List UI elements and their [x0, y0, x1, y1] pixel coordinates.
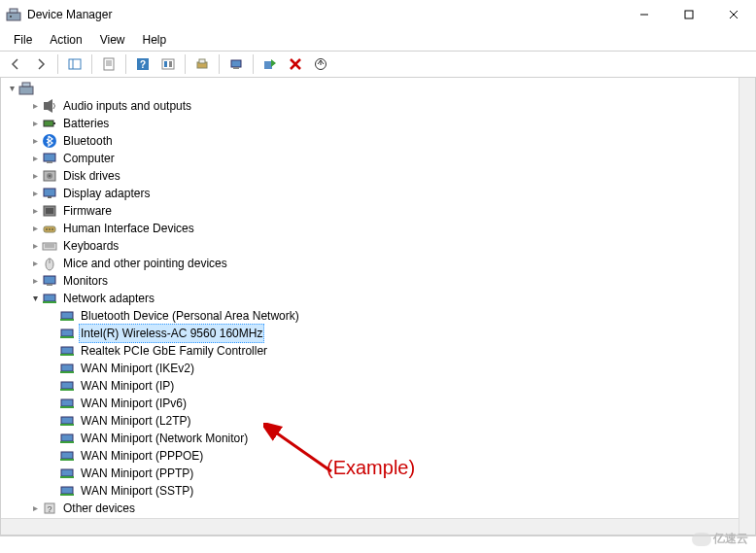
chevron-right-icon[interactable]: ▸ [28, 152, 42, 165]
chevron-right-icon[interactable]: ▸ [28, 187, 42, 200]
tree-node[interactable]: ▸WAN Miniport (Network Monitor) [5, 430, 755, 447]
svg-rect-55 [60, 319, 74, 321]
chevron-down-icon[interactable]: ▾ [5, 82, 18, 95]
tree-node[interactable]: ▸Monitors [5, 272, 755, 290]
display-icon [42, 186, 57, 201]
tree-node-label: Realtek PCIe GbE Family Controller [79, 341, 269, 361]
tree-node[interactable]: ▸Realtek PCIe GbE Family Controller [5, 342, 755, 360]
tree-node-label: Human Interface Devices [61, 219, 196, 238]
chevron-right-icon[interactable]: ▸ [28, 169, 42, 183]
tree-node[interactable]: ▸Bluetooth [5, 132, 755, 150]
menu-action[interactable]: Action [42, 31, 89, 49]
svg-text:?: ? [47, 504, 52, 514]
horizontal-scrollbar[interactable] [1, 518, 739, 535]
tree-node[interactable]: ▸Intel(R) Wireless-AC 9560 160MHz [5, 325, 755, 342]
chevron-right-icon[interactable]: ▸ [28, 501, 42, 515]
svg-rect-17 [169, 61, 172, 67]
chevron-right-icon[interactable]: ▸ [28, 117, 42, 130]
tree-node[interactable]: ▸WAN Miniport (SSTP) [5, 482, 755, 500]
tree-node-label: Other devices [61, 499, 137, 518]
uninstall-button[interactable] [284, 52, 307, 76]
close-button[interactable] [711, 0, 756, 29]
tree-node[interactable]: ▸WAN Miniport (IKEv2) [5, 360, 755, 377]
disk-icon [42, 168, 57, 184]
tree-node-label: Batteries [61, 114, 111, 133]
tree-node-label: WAN Miniport (IPv6) [79, 394, 189, 413]
svg-rect-61 [60, 371, 74, 373]
maximize-button[interactable] [667, 0, 711, 29]
properties-button[interactable] [97, 52, 120, 76]
net-adapter-icon [59, 378, 75, 394]
scan-button[interactable] [224, 52, 248, 76]
tree-node[interactable]: ▸Bluetooth Device (Personal Area Network… [5, 307, 755, 325]
svg-rect-69 [60, 441, 74, 443]
action-button[interactable] [156, 52, 180, 76]
tree-node-label: WAN Miniport (L2TP) [79, 411, 193, 431]
chevron-right-icon[interactable]: ▸ [28, 239, 42, 253]
tree-node-label: Display adapters [61, 184, 152, 203]
menu-help[interactable]: Help [135, 31, 175, 49]
svg-rect-7 [69, 59, 81, 69]
tree-node[interactable]: ▸WAN Miniport (PPTP) [5, 465, 755, 482]
menu-view[interactable]: View [92, 31, 133, 49]
chevron-right-icon[interactable]: ▸ [28, 257, 42, 270]
tree-node[interactable]: ▸Audio inputs and outputs [5, 97, 755, 115]
computer-icon [42, 151, 57, 166]
tree-node[interactable]: ▸Computer [5, 150, 755, 167]
network-icon [42, 291, 57, 306]
tree-node[interactable]: ▸Keyboards [5, 237, 755, 255]
svg-rect-1 [10, 9, 17, 13]
minimize-button[interactable] [622, 0, 667, 29]
tree-node[interactable]: ▸WAN Miniport (PPPOE) [5, 447, 755, 465]
svg-rect-56 [61, 329, 73, 336]
tree-root[interactable]: ▾ [5, 80, 755, 97]
help-button[interactable]: ? [131, 52, 155, 76]
forward-button[interactable] [29, 52, 52, 76]
tree-node[interactable]: ▸Disk drives [5, 167, 755, 185]
tree-node[interactable]: ▸Human Interface Devices [5, 220, 755, 237]
tree-node-label: WAN Miniport (IKEv2) [79, 359, 196, 378]
monitor-icon [42, 273, 57, 289]
tree-node[interactable]: ▸WAN Miniport (IP) [5, 377, 755, 395]
tree-node[interactable]: ▸Mice and other pointing devices [5, 255, 755, 272]
svg-rect-37 [44, 189, 55, 196]
svg-rect-29 [44, 121, 53, 126]
chevron-down-icon[interactable]: ▾ [28, 292, 42, 305]
tree-node[interactable]: ▸?Other devices [5, 500, 755, 517]
svg-rect-70 [61, 452, 73, 459]
chevron-right-icon[interactable]: ▸ [28, 222, 42, 235]
svg-rect-4 [685, 11, 693, 18]
print-button[interactable] [190, 52, 214, 76]
firmware-icon [42, 203, 57, 219]
svg-rect-64 [61, 399, 73, 406]
chevron-right-icon[interactable]: ▸ [28, 204, 42, 218]
chevron-right-icon[interactable]: ▸ [28, 274, 42, 288]
svg-rect-54 [61, 312, 73, 319]
tree-node-label: WAN Miniport (PPTP) [79, 464, 195, 483]
menu-bar: File Action View Help [0, 29, 756, 51]
tree-node[interactable]: ▸Batteries [5, 115, 755, 132]
chevron-right-icon[interactable]: ▸ [28, 134, 42, 148]
menu-file[interactable]: File [6, 31, 40, 49]
show-hide-console-button[interactable] [63, 52, 86, 76]
tree-node[interactable]: ▸Firmware [5, 202, 755, 220]
device-tree[interactable]: ▾ ▸Audio inputs and outputs▸Batteries▸Bl… [1, 78, 755, 535]
svg-rect-51 [47, 284, 52, 286]
vertical-scrollbar[interactable] [739, 78, 755, 535]
back-button[interactable] [4, 52, 27, 76]
svg-rect-28 [44, 102, 48, 110]
svg-rect-32 [44, 154, 55, 161]
enable-button[interactable] [258, 52, 282, 76]
tree-node[interactable]: ▸WAN Miniport (L2TP) [5, 412, 755, 430]
update-driver-button[interactable] [309, 52, 332, 76]
tree-node[interactable]: ▾Network adapters [5, 290, 755, 307]
svg-rect-27 [22, 83, 30, 86]
svg-rect-19 [199, 59, 205, 63]
chevron-right-icon[interactable]: ▸ [28, 99, 42, 113]
svg-rect-20 [231, 60, 241, 67]
status-bar [0, 536, 756, 553]
svg-rect-62 [61, 382, 73, 389]
tree-node[interactable]: ▸WAN Miniport (IPv6) [5, 395, 755, 412]
tree-node[interactable]: ▸Display adapters [5, 185, 755, 202]
svg-rect-9 [104, 58, 114, 70]
